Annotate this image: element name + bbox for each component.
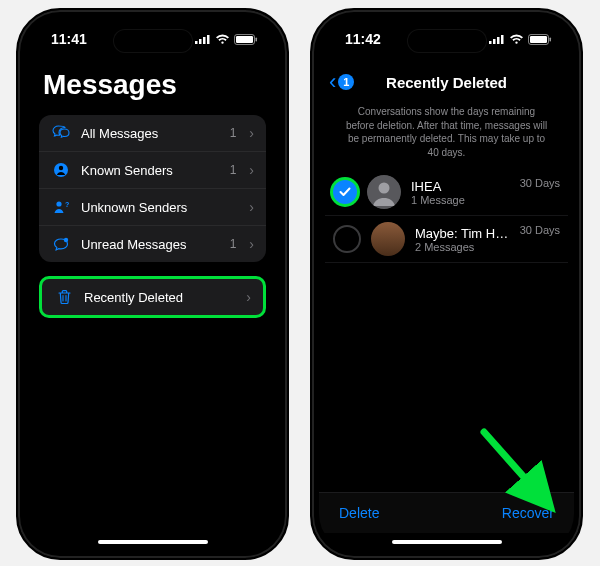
days-remaining: 30 Days [520,224,560,236]
filter-known-senders[interactable]: Known Senders 1 › [39,151,266,188]
conversation-row[interactable]: IHEA 1 Message 30 Days [325,169,568,216]
svg-rect-18 [550,37,552,41]
chevron-right-icon: › [246,290,251,304]
filter-unknown-senders[interactable]: ? Unknown Senders › [39,188,266,225]
filter-label: Known Senders [81,163,220,178]
conversation-subtitle: 1 Message [411,194,510,206]
filter-label: All Messages [81,126,220,141]
select-circle[interactable] [333,225,361,253]
svg-rect-1 [199,39,202,44]
svg-point-11 [64,237,68,241]
svg-rect-12 [489,41,492,44]
svg-rect-6 [256,37,258,41]
conversation-subtitle: 2 Messages [415,241,510,253]
avatar-icon [367,175,401,209]
battery-icon [528,34,552,45]
svg-text:?: ? [65,201,69,208]
dynamic-island [114,30,192,52]
wifi-icon [215,34,230,45]
filter-list: All Messages 1 › Known Senders 1 › ? [39,115,266,262]
chevron-right-icon: › [249,237,254,251]
phone-left: 11:41 Messages All Messages 1 › [16,8,289,560]
filter-count: 1 [230,237,237,251]
status-time: 11:41 [51,31,87,47]
status-icons [195,34,258,45]
svg-rect-5 [236,36,253,43]
phone-right: 11:42 ‹ 1 Recently Deleted Conversations… [310,8,583,560]
recently-deleted-row[interactable]: Recently Deleted › [39,276,266,318]
recover-button[interactable]: Recover [502,505,554,521]
signal-icon [489,34,505,44]
filter-count: 1 [230,163,237,177]
signal-icon [195,34,211,44]
filter-all-messages[interactable]: All Messages 1 › [39,115,266,151]
conversation-row[interactable]: Maybe: Tim Hardwick 2 Messages 30 Days [325,216,568,263]
nav-bar: ‹ 1 Recently Deleted [319,61,574,103]
filter-label: Unread Messages [81,237,220,252]
dynamic-island [408,30,486,52]
page-title: Messages [25,61,280,115]
conversation-name: IHEA [411,179,510,194]
select-circle[interactable] [333,180,357,204]
battery-icon [234,34,258,45]
nav-title: Recently Deleted [386,74,507,91]
checkmark-icon [339,187,351,197]
home-indicator [25,533,280,551]
recently-deleted-label: Recently Deleted [84,290,236,305]
avatar-icon [371,222,405,256]
filter-count: 1 [230,126,237,140]
days-remaining: 30 Days [520,177,560,189]
home-indicator [319,533,574,551]
chevron-right-icon: › [249,163,254,177]
bubble-badge-icon [51,237,71,252]
svg-rect-2 [203,37,206,44]
filter-label: Unknown Senders [81,200,226,215]
info-text: Conversations show the days remaining be… [319,103,574,169]
back-count-badge: 1 [338,74,354,90]
status-icons [489,34,552,45]
svg-rect-0 [195,41,198,44]
bubbles-icon [51,125,71,141]
svg-rect-3 [207,35,210,44]
person-question-icon: ? [51,199,71,215]
svg-rect-17 [530,36,547,43]
status-time: 11:42 [345,31,381,47]
svg-point-9 [56,201,61,206]
svg-rect-13 [493,39,496,44]
conversation-list: IHEA 1 Message 30 Days Maybe: Tim Hardwi… [319,169,574,263]
svg-point-8 [59,166,63,170]
chevron-right-icon: › [249,126,254,140]
back-button[interactable]: ‹ 1 [329,71,354,93]
filter-unread-messages[interactable]: Unread Messages 1 › [39,225,266,262]
svg-rect-15 [501,35,504,44]
chevron-left-icon: ‹ [329,71,336,93]
bottom-toolbar: Delete Recover [319,492,574,533]
wifi-icon [509,34,524,45]
person-check-icon [51,162,71,178]
trash-icon [54,289,74,305]
conversation-name: Maybe: Tim Hardwick [415,226,510,241]
delete-button[interactable]: Delete [339,505,379,521]
svg-rect-14 [497,37,500,44]
svg-point-20 [379,183,390,194]
chevron-right-icon: › [249,200,254,214]
